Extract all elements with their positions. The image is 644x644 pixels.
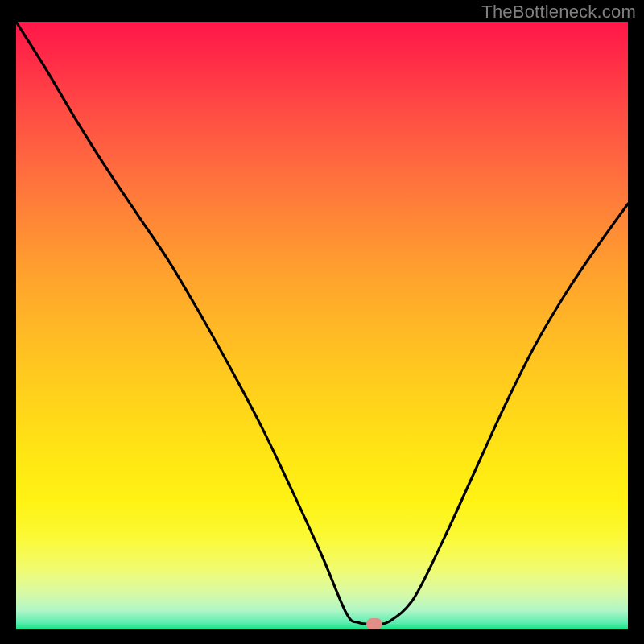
watermark-text: TheBottleneck.com <box>481 2 636 23</box>
plot-area <box>16 22 628 629</box>
chart-frame: TheBottleneck.com <box>0 0 644 644</box>
optimum-marker <box>366 618 382 629</box>
bottleneck-curve <box>16 22 628 629</box>
